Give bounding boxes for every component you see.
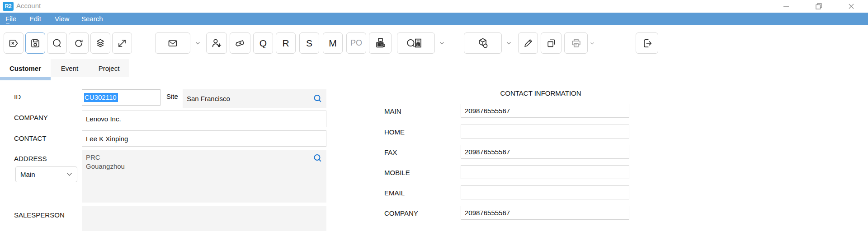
exit-icon — [641, 37, 653, 49]
company-phone-value: 209876555567 — [465, 209, 510, 217]
minimize-button[interactable] — [779, 1, 793, 11]
mobile-input[interactable] — [461, 165, 629, 179]
address-search-icon[interactable] — [313, 154, 322, 163]
tag-add-icon — [234, 37, 246, 49]
cube-search-icon — [476, 37, 490, 50]
printer-icon — [570, 37, 582, 49]
active-tab-underline — [0, 77, 51, 80]
address-label: ADDRESS — [14, 155, 47, 162]
expand-icon — [117, 38, 127, 49]
report-q-label: Q — [259, 38, 267, 49]
report-po-label: PO — [350, 38, 362, 48]
chevron-down-icon — [195, 42, 200, 45]
main-phone-input[interactable]: 209876555567 — [461, 104, 629, 118]
report-r-button[interactable]: R — [276, 32, 296, 54]
document-search-button[interactable] — [397, 32, 435, 54]
search-icon — [52, 38, 62, 49]
item-search-dropdown-button[interactable] — [505, 32, 513, 54]
refresh-icon — [73, 38, 84, 49]
main-label: MAIN — [384, 107, 401, 115]
id-selected-text: CU302110 — [84, 93, 118, 102]
address-value: PRC Gouangzhou — [86, 153, 125, 171]
mobile-label: MOBILE — [384, 169, 410, 176]
expand-button[interactable] — [112, 32, 132, 54]
layers-icon — [95, 38, 106, 49]
menu-bar: File Edit View Search — [0, 13, 868, 25]
fax-input[interactable]: 209876555567 — [461, 145, 629, 159]
edit-button[interactable] — [518, 32, 538, 54]
email-input[interactable] — [461, 185, 629, 199]
file-mnemonic-underline — [6, 23, 9, 23]
close-icon — [848, 3, 854, 9]
mail-icon — [167, 38, 179, 49]
email-label: EMAIL — [384, 189, 405, 197]
tab-customer[interactable]: Customer — [0, 59, 51, 77]
id-label: ID — [14, 93, 21, 101]
add-tag-button[interactable] — [230, 32, 250, 54]
id-input[interactable]: CU302110 — [82, 89, 160, 106]
exit-button[interactable] — [636, 32, 658, 54]
salesperson-field[interactable] — [82, 206, 326, 231]
site-search-icon[interactable] — [313, 94, 322, 103]
report-s-button[interactable]: S — [299, 32, 319, 54]
company-label: COMPANY — [14, 114, 48, 121]
report-po-button[interactable]: PO — [346, 32, 366, 54]
address-type-selected: Main — [20, 171, 35, 178]
company-phone-input[interactable]: 209876555567 — [461, 206, 629, 220]
close-button[interactable] — [844, 1, 858, 11]
fax-button[interactable] — [369, 32, 392, 54]
item-search-button[interactable] — [464, 32, 502, 54]
report-q-button[interactable]: Q — [253, 32, 273, 54]
contact-information-title: CONTACT INFORMATION — [452, 89, 629, 97]
report-m-label: M — [329, 38, 337, 49]
restore-button[interactable] — [812, 1, 826, 11]
site-value: San Francisco — [187, 95, 230, 102]
contact-input[interactable]: Lee K Xinping — [82, 130, 326, 147]
contact-label: CONTACT — [14, 134, 46, 142]
account-window: R2 Account File Edit View Search — [0, 0, 868, 231]
report-m-button[interactable]: M — [323, 32, 343, 54]
company-input[interactable]: Lenovo Inc. — [82, 111, 326, 127]
chevron-down-icon — [590, 42, 594, 45]
mail-button[interactable] — [155, 32, 190, 54]
document-search-icon — [406, 37, 425, 49]
home-phone-input[interactable] — [461, 125, 629, 139]
cancel-button[interactable] — [4, 32, 24, 54]
company-phone-label: COMPANY — [384, 209, 418, 217]
minimize-icon — [783, 3, 789, 9]
fax-value: 209876555567 — [465, 148, 510, 156]
address-type-dropdown[interactable]: Main — [15, 166, 77, 182]
menu-view[interactable]: View — [55, 13, 69, 25]
chevron-down-icon — [66, 172, 72, 176]
window-title: Account — [16, 2, 41, 9]
fax-label: FAX — [384, 148, 397, 156]
find-button[interactable] — [47, 32, 67, 54]
print-dropdown-button[interactable] — [589, 32, 596, 54]
refresh-button[interactable] — [69, 32, 89, 54]
cancel-icon — [8, 38, 19, 49]
company-value: Lenovo Inc. — [86, 115, 121, 123]
site-label: Site — [166, 92, 178, 100]
save-button[interactable] — [25, 32, 45, 54]
main-phone-value: 209876555567 — [465, 107, 510, 115]
print-button[interactable] — [564, 32, 588, 54]
document-search-dropdown-button[interactable] — [438, 32, 446, 54]
add-contact-button[interactable] — [206, 32, 227, 54]
copy-icon — [546, 37, 557, 49]
restore-icon — [815, 3, 822, 10]
report-r-label: R — [282, 38, 289, 49]
mail-dropdown-button[interactable] — [193, 32, 202, 54]
tab-project[interactable]: Project — [89, 59, 129, 77]
salesperson-label: SALESPERSON — [14, 211, 65, 219]
home-label: HOME — [384, 128, 405, 136]
menu-search[interactable]: Search — [81, 13, 103, 25]
contact-value: Lee K Xinping — [86, 135, 128, 143]
chevron-down-icon — [439, 42, 444, 45]
copy-button[interactable] — [541, 32, 561, 54]
tab-event[interactable]: Event — [51, 59, 89, 77]
layers-button[interactable] — [90, 32, 110, 54]
address-textarea[interactable]: PRC Gouangzhou — [82, 150, 326, 203]
menu-edit[interactable]: Edit — [29, 13, 41, 25]
fax-icon — [374, 37, 387, 49]
site-field[interactable]: San Francisco — [183, 89, 326, 108]
